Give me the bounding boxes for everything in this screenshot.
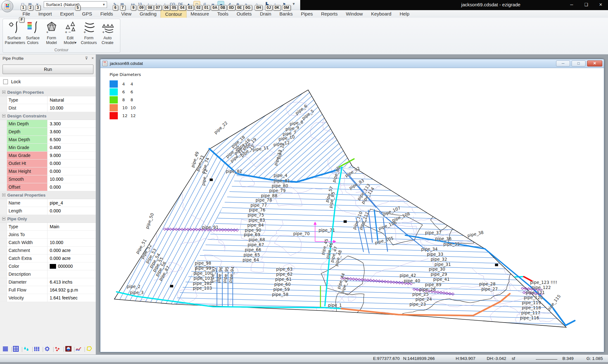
menu-item-tools[interactable]: Tools [213,10,232,18]
form-model-button[interactable]: +FormModel [42,20,61,45]
category-pipe-only[interactable]: Pipe Only [0,215,96,223]
property-value[interactable]: 6.413 inchs [48,278,96,286]
doc-close-button[interactable]: ✕ [587,60,602,66]
property-value[interactable]: Main [48,223,96,230]
form-contours-button[interactable]: +FormContours [79,20,98,45]
property-value[interactable]: 0.000 [48,207,96,215]
keytip-badge-0B: 0B [219,5,227,10]
category-design-properties[interactable]: Design Properties [0,88,96,96]
grid-icon[interactable] [13,346,19,353]
pipe-label: pipe_116 [520,316,539,320]
points-icon[interactable] [55,346,61,353]
keytip-badge-0K: 0K [273,5,281,10]
pipe-label: pipe_65 [244,253,260,257]
contour-map[interactable]: pipe_6pipe_5pipe_8pipe_9pipe_7pipe_10pip… [101,68,604,352]
pipe-label: pipe_70 [293,231,310,236]
category-design-constraints[interactable]: Design Constraints [0,112,96,120]
property-value[interactable] [48,270,96,278]
property-value[interactable]: 10.000 [48,175,96,183]
pin-icon[interactable]: ⊽ [85,56,88,60]
menu-item-export[interactable]: Export [56,10,78,18]
menu-item-measure[interactable]: Measure [187,10,213,18]
gear-icon[interactable] [44,346,51,353]
property-value[interactable]: 10.000 [48,104,96,112]
pipe-label: pipe_25 [412,292,429,297]
menu-item-contour[interactable]: Contour [161,10,186,18]
property-row-full-flow: Full Flow164.932 g.p.m [0,286,96,294]
menu-item-view[interactable]: View [117,10,136,18]
polygon-icon[interactable] [86,346,92,353]
toolbar-overflow-icon[interactable]: ▼ [292,2,295,6]
property-value[interactable]: 0.000 [48,183,96,191]
menu-item-pipes[interactable]: Pipes [297,10,317,18]
columns-icon[interactable] [34,346,40,353]
collapse-icon[interactable] [2,91,5,94]
menu-item-outlets[interactable]: Outlets [232,10,256,18]
collapse-icon[interactable] [2,193,5,197]
property-value[interactable]: 000000 [48,262,96,270]
property-value[interactable]: pipe_4 [48,199,96,207]
pipe-label: pipe_61 [275,277,292,282]
doc-maximize-button[interactable]: □ [572,60,586,66]
legend-entry: 1010 [110,104,141,112]
property-value[interactable]: Natural [48,96,96,104]
document-titlebar[interactable]: jackson69.cdsdat ─ □ ✕ [100,59,604,68]
menu-item-help[interactable]: Help [396,10,414,18]
file-keytip-badge: F [19,17,24,22]
property-value[interactable]: 1.641 feet/sec [48,294,96,302]
property-value[interactable] [48,231,96,238]
menu-item-keyboard[interactable]: Keyboard [367,10,396,18]
pipe-label: pipe_91 [202,225,218,230]
minimize-button[interactable]: ─ [564,0,579,10]
pipe-label: pipe_117 [521,311,540,315]
menu-item-banks[interactable]: Banks [276,10,297,18]
droplets-icon[interactable] [23,346,30,353]
panel-close-icon[interactable]: × [92,56,94,60]
category-general-properties[interactable]: General Properties [0,191,96,199]
property-value[interactable]: 6.500 [48,136,96,143]
property-row-catchment: Catchment0.000 acre [0,247,96,254]
collapse-icon[interactable] [2,217,5,220]
surface-colors-button[interactable]: SurfaceColors [23,20,42,45]
edit-model-button[interactable]: + −EditModel▾ [61,20,79,45]
property-value[interactable]: 0.000 acre [48,254,96,262]
property-value[interactable]: 0.000 [48,160,96,167]
menu-item-drain[interactable]: Drain [256,10,276,18]
menu-item-gps[interactable]: GPS [78,10,96,18]
auto-create-button[interactable]: +AutoCreate [98,20,117,45]
lock-checkbox[interactable] [3,79,8,84]
property-value[interactable]: 3.300 [48,120,96,128]
menu-item-grading[interactable]: Grading [136,10,161,18]
map-canvas[interactable]: pipe_6pipe_5pipe_8pipe_9pipe_7pipe_10pip… [101,68,604,352]
run-button[interactable]: Run [3,65,93,74]
property-value[interactable]: 10.000 [48,239,96,246]
menu-item-fields[interactable]: Fields [96,10,117,18]
property-value[interactable]: 0.000 [48,167,96,175]
menu-item-reports[interactable]: Reports [317,10,342,18]
collapse-icon[interactable] [2,114,5,117]
property-value[interactable]: 0.400 [48,144,96,151]
surface-parameters-button[interactable]: SurfaceParameters [5,20,23,45]
menu-item-import[interactable]: Import [34,10,56,18]
circle-button-icon[interactable] [65,346,72,353]
menu-item-file[interactable]: File [18,10,34,18]
pipe-label: pipe_69 [244,232,260,237]
pipe-label: pipe_75 [248,213,264,217]
property-value[interactable]: 164.932 g.p.m [48,286,96,294]
keytip-badge-0G: 0G [244,5,252,10]
menu-item-window[interactable]: Window [342,10,367,18]
chevron-down-icon: ▼ [102,2,105,8]
property-value[interactable]: 9.000 [48,152,96,159]
doc-minimize-button[interactable]: ─ [556,60,570,66]
pipe-label: pipe_98 [195,261,211,266]
property-value[interactable]: 3.600 [48,128,96,135]
maximize-button[interactable]: ❑ [579,0,593,10]
close-button[interactable]: ✕ [593,0,608,10]
property-row-min-grade: Min Grade0.400 [0,144,96,152]
property-value[interactable]: 0.000 acre [48,247,96,254]
legend-swatch [110,112,118,119]
profile-icon[interactable] [76,346,82,353]
app-menu-button[interactable] [1,0,13,12]
keytip-badge-05: 05 [170,5,178,10]
lines-icon[interactable] [3,346,9,353]
